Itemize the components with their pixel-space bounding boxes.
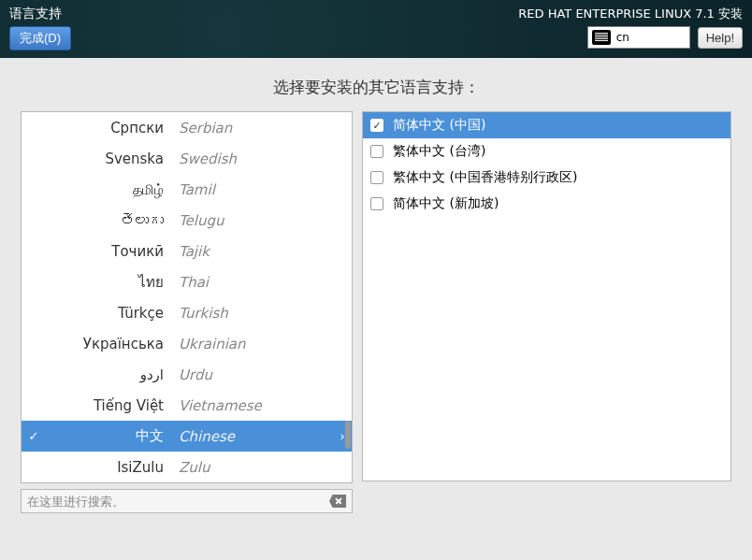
language-english-label: Tajik: [175, 243, 352, 260]
locale-row[interactable]: 简体中文 (新加坡): [363, 191, 730, 217]
language-native-label: IsiZulu: [46, 459, 175, 476]
language-english-label: Serbian: [175, 120, 352, 136]
language-row[interactable]: ✓中文Chinese›: [22, 421, 352, 452]
check-icon: ✓: [22, 429, 46, 443]
language-native-label: Точикӣ: [46, 243, 175, 260]
language-english-label: Thai: [175, 274, 352, 291]
locale-checkbox[interactable]: [370, 145, 383, 158]
language-english-label: Ukrainian: [175, 336, 352, 352]
keyboard-layout-label: cn: [616, 31, 629, 44]
language-english-label: Telugu: [175, 212, 352, 229]
language-row[interactable]: తెలుగుTelugu›: [22, 205, 352, 236]
language-row[interactable]: ไทยThai›: [22, 266, 352, 297]
locale-label: 繁体中文 (中国香港特别行政区): [393, 169, 577, 186]
language-row[interactable]: TürkçeTurkish›: [22, 297, 352, 328]
locale-checkbox[interactable]: [370, 119, 383, 132]
language-native-label: Svenska: [46, 151, 175, 167]
language-english-label: Swedish: [175, 151, 352, 167]
language-row[interactable]: УкраїнськаUkrainian›: [22, 328, 352, 359]
locale-checkbox[interactable]: [370, 171, 383, 184]
screen-title: 语言支持: [9, 6, 71, 22]
locale-row[interactable]: 简体中文 (中国): [363, 112, 730, 138]
page-heading: 选择要安装的其它语言支持：: [21, 77, 731, 98]
locale-label: 简体中文 (新加坡): [393, 195, 499, 212]
language-row[interactable]: ТочикӣTajik›: [22, 236, 352, 266]
language-native-label: Српски: [46, 120, 175, 136]
main-content: 选择要安装的其它语言支持： СрпскиSerbian›SvenskaSwedi…: [0, 58, 752, 524]
language-row[interactable]: Tiếng ViệtVietnamese›: [22, 390, 352, 421]
product-label: RED HAT ENTERPRISE LINUX 7.1 安装: [518, 6, 743, 22]
search-input[interactable]: [27, 495, 329, 509]
locale-label: 繁体中文 (台湾): [393, 143, 485, 160]
language-english-label: Vietnamese: [175, 397, 352, 414]
language-native-label: தமிழ்: [46, 181, 175, 198]
locale-list-panel: 简体中文 (中国)繁体中文 (台湾)繁体中文 (中国香港特别行政区)简体中文 (…: [362, 111, 731, 481]
locale-label: 简体中文 (中国): [393, 117, 485, 134]
language-english-label: Zulu: [175, 459, 352, 476]
scrollbar[interactable]: [344, 112, 352, 482]
help-button[interactable]: Help!: [698, 27, 743, 49]
locale-row[interactable]: 繁体中文 (台湾): [363, 138, 730, 165]
language-native-label: Tiếng Việt: [46, 397, 175, 414]
language-row[interactable]: اردوUrdu›: [22, 359, 352, 390]
language-list[interactable]: СрпскиSerbian›SvenskaSwedish›தமிழ்Tamil›…: [22, 112, 352, 482]
language-native-label: 中文: [46, 427, 175, 445]
language-row[interactable]: СрпскиSerbian›: [22, 112, 352, 143]
done-button[interactable]: 完成(D): [9, 26, 71, 50]
language-english-label: Turkish: [175, 305, 352, 322]
language-english-label: Chinese: [175, 428, 333, 445]
language-english-label: Urdu: [175, 366, 352, 383]
language-list-panel: СрпскиSerbian›SvenskaSwedish›தமிழ்Tamil›…: [21, 111, 353, 483]
language-row[interactable]: தமிழ்Tamil›: [22, 174, 352, 205]
scrollbar-thumb[interactable]: [345, 421, 351, 449]
language-native-label: ไทย: [46, 271, 175, 294]
language-native-label: తెలుగు: [46, 212, 175, 229]
top-bar: 语言支持 完成(D) RED HAT ENTERPRISE LINUX 7.1 …: [0, 0, 752, 58]
language-native-label: اردو: [46, 366, 175, 383]
language-row[interactable]: SvenskaSwedish›: [22, 143, 352, 174]
language-english-label: Tamil: [175, 181, 352, 198]
language-native-label: Українська: [46, 336, 175, 352]
clear-search-icon[interactable]: [329, 495, 346, 508]
keyboard-indicator[interactable]: cn: [587, 26, 690, 49]
search-box[interactable]: [21, 489, 353, 513]
locale-checkbox[interactable]: [370, 197, 383, 210]
language-row[interactable]: IsiZuluZulu›: [22, 452, 352, 482]
keyboard-icon: [592, 30, 611, 45]
locale-row[interactable]: 繁体中文 (中国香港特别行政区): [363, 165, 730, 191]
language-native-label: Türkçe: [46, 305, 175, 322]
